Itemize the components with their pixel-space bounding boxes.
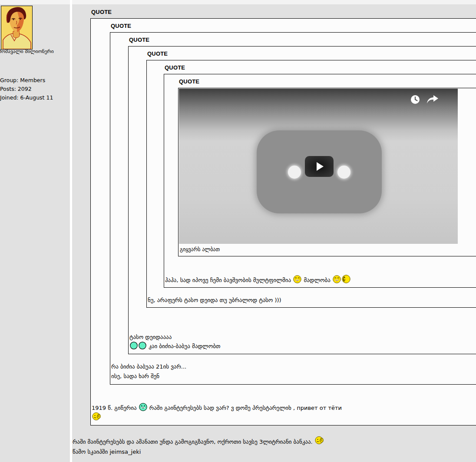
watch-later-clock-icon[interactable] <box>410 94 420 105</box>
avatar-portrait-illustration <box>1 6 32 49</box>
quote-box-1: QUOTE QUOTE QUOTE QU <box>90 18 476 425</box>
quote1-wave-line <box>92 412 476 422</box>
play-button-icon[interactable] <box>305 156 334 177</box>
post-content-cell: QUOTE QUOTE QUOTE QUOTE <box>72 4 476 457</box>
quote-header: QUOTE <box>165 65 476 71</box>
quote4-message: ნუ, არაფერს ტასო დეიდა თუ უბრალოდ ტასო )… <box>148 296 476 304</box>
yellow-wave-hand-emoticon <box>92 412 101 421</box>
quote-header: QUOTE <box>111 23 476 29</box>
quote-box-5: QUOTE <box>164 74 476 288</box>
quote3-message-line1: ტასო დეიდაააა <box>129 333 476 342</box>
quote3-message-line2: კაი ბიძია-ბაბუა მადლობთ <box>129 342 476 351</box>
thumbnail-dot-right <box>337 166 350 179</box>
teal-circle-emoticon <box>139 342 146 349</box>
quote5-message: ჰაჰა, სად იპოვე ჩემი ბავშვობის მულტფილმი… <box>165 275 476 284</box>
quote-header: QUOTE <box>129 37 476 43</box>
user-joined: Joined: 6-August 11 <box>0 93 53 102</box>
quote-box-3: QUOTE QUOTE QUOTE <box>128 46 476 354</box>
quote2-message-line2: ისე, სადა ხარ შენ <box>111 372 476 381</box>
avatar[interactable] <box>1 6 33 50</box>
spacer <box>165 256 165 275</box>
quote-level-2: QUOTE QUOTE QUOTE QU <box>110 23 476 385</box>
share-arrow-icon[interactable] <box>426 95 439 104</box>
yellow-wave-hand-emoticon <box>315 436 324 445</box>
quote-level-4: QUOTE QUOTE QUOTE <box>146 51 476 308</box>
quote-header: QUOTE <box>91 9 476 15</box>
post-text-1: რაში მაინტერესებს და ამანათი უნდა გამოგი… <box>73 439 313 445</box>
video-caption: გიყვარს ალბათ <box>180 246 476 253</box>
quote-level-3: QUOTE QUOTE QUOTE <box>128 37 476 354</box>
play-triangle-icon <box>317 162 324 171</box>
youtube-video-player[interactable] <box>179 89 458 244</box>
thumbnail-dot-left <box>288 166 301 179</box>
quote3-text: კაი ბიძია-ბაბუა მადლობთ <box>149 343 220 349</box>
user-posts: Posts: 2092 <box>0 85 53 93</box>
quote-header: QUOTE <box>147 51 476 57</box>
yellow-laugh-emoticon <box>293 275 301 283</box>
quote-box-6: გიყვარს ალბათ <box>178 88 476 256</box>
yellow-laugh-emoticon <box>333 275 341 283</box>
post-line-2: წამო სკაიპში jeimsa_jeki <box>73 447 476 457</box>
post-line-1: რაში მაინტერესებს და ამანათი უნდა გამოგი… <box>73 436 476 447</box>
quote1-message: 1919 წ. გიწერია რაში გაინტერესებს სად ვა… <box>92 403 476 412</box>
spacer <box>129 308 130 333</box>
user-stats: Group: Members Posts: 2092 Joined: 6-Aug… <box>0 76 53 102</box>
youtube-logo-watermark <box>257 130 382 213</box>
quote5-text-1: ჰაჰა, სად იპოვე ჩემი ბავშვობის მულტფილმი… <box>165 277 291 283</box>
quote-level-5: QUOTE QUOTE <box>164 65 476 288</box>
quote5-text-2: მადლობა <box>304 277 330 283</box>
spacer <box>148 288 148 296</box>
spacer <box>92 385 92 403</box>
quote-level-6: QUOTE <box>178 79 476 256</box>
quote1-text-1: 1919 წ. გიწერია <box>92 405 137 411</box>
quote-box-4: QUOTE QUOTE <box>146 60 476 308</box>
yellow-sideways-smiley-emoticon <box>342 275 350 283</box>
user-group: Group: Members <box>0 76 53 85</box>
quote-header: QUOTE <box>179 79 476 85</box>
green-big-grin-emoticon <box>139 403 147 411</box>
quote2-message-line1: რა ბიძია ბაბუაა 21ის ვარ... <box>111 362 476 372</box>
spacer <box>111 354 112 362</box>
post-body: რაში მაინტერესებს და ამანათი უნდა გამოგი… <box>73 436 476 457</box>
quote-level-1: QUOTE QUOTE QUOTE QUOTE <box>90 9 476 425</box>
teal-circle-emoticon <box>130 342 138 349</box>
quote1-text-2: რაში გაინტერესებს სად ვარ? ვ დომე პრესტა… <box>149 405 342 411</box>
quote-box-2: QUOTE QUOTE QUOTE <box>110 32 476 385</box>
member-title: მომავალი მილიონერი <box>0 48 70 55</box>
